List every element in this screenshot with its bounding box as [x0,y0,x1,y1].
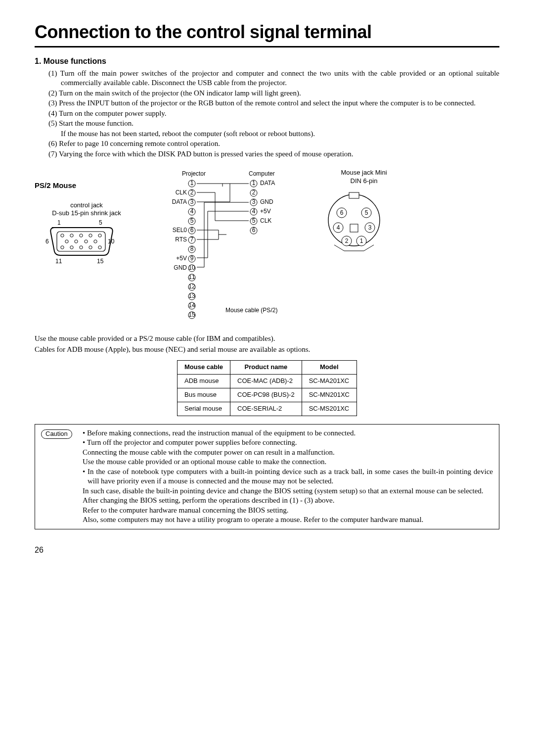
svg-text:10: 10 [108,238,115,245]
svg-text:CLK: CLK [260,217,271,224]
table-cell: COE-SERIAL-2 [230,402,302,416]
svg-text:RTS: RTS [175,236,187,243]
table-cell: Serial mouse [178,402,230,416]
table-header: Mouse cable [178,361,230,375]
step: (6) Refer to page 10 concerning remote c… [48,139,499,149]
svg-text:4: 4 [252,208,256,215]
mouse-jack-label: Mouse jack Mini [341,169,387,176]
caution-item: Also, some computers may not have a util… [83,515,493,525]
pin-mapping-diagram: Projector Computer Mouse cable (PS/2) [147,169,306,327]
svg-text:GND: GND [174,264,187,271]
table-header: Model [302,361,356,375]
svg-rect-89 [350,224,358,232]
table-cell: ADB mouse [178,374,230,388]
step: (1) Turn off the main power switches of … [48,69,499,88]
svg-text:Mouse cable (PS/2): Mouse cable (PS/2) [225,307,277,314]
ps2-diagram: PS/2 Mouse control jack D-sub 15-pin shr… [35,169,499,327]
svg-text:6: 6 [340,209,344,216]
svg-rect-2 [57,232,105,251]
table-cell: COE-MAC (ADB)-2 [230,374,302,388]
caution-item: Use the mouse cable provided or an optio… [83,457,493,467]
svg-text:6: 6 [190,227,194,234]
svg-text:12: 12 [188,283,195,290]
svg-text:CLK: CLK [176,189,187,196]
svg-text:3: 3 [368,224,372,231]
svg-text:15: 15 [97,258,104,265]
caution-item: Refer to the computer hardware manual co… [83,506,493,516]
table-cell: SC-MA201XC [302,374,356,388]
page-number: 26 [35,545,499,556]
svg-text:2: 2 [190,189,194,196]
body-text: Use the mouse cable provided or a PS/2 m… [35,334,499,344]
svg-text:6: 6 [252,227,256,234]
svg-rect-76 [349,192,359,198]
svg-text:3: 3 [190,198,194,205]
svg-text:7: 7 [190,236,194,243]
step-sub: If the mouse has not been started, reboo… [48,129,499,139]
steps: (1) Turn off the main power switches of … [48,69,499,159]
svg-text:4: 4 [190,208,194,215]
caution-box: Caution • Before making connections, rea… [35,424,499,529]
table-cell: SC-MS201XC [302,402,356,416]
svg-text:GND: GND [260,198,273,205]
svg-text:1: 1 [360,237,363,244]
svg-text:1: 1 [252,180,256,187]
svg-text:DATA: DATA [260,180,275,187]
control-jack-label: control jack [70,201,103,209]
step: (5) Start the mouse function. [48,119,499,129]
svg-text:5: 5 [190,217,194,224]
caution-item: • Before making connections, read the in… [83,428,493,438]
svg-text:8: 8 [190,245,194,252]
dsub-label: D-sub 15-pin shrink jack [52,209,121,217]
body-text: Cables for ADB mouse (Apple), bus mouse … [35,345,499,355]
svg-text:1: 1 [190,180,194,187]
svg-text:15: 15 [188,311,195,318]
dsub-connector-diagram: 15 610 1115 [35,218,129,267]
page-title: Connection to the control signal termina… [35,21,499,47]
din-connector-diagram: 6 5 4 3 2 1 [314,186,394,255]
svg-text:2: 2 [345,237,349,244]
svg-text:5: 5 [365,209,368,216]
step: (2) Turn on the main switch of the proje… [48,89,499,98]
mouse-cable-table: Mouse cable Product name Model ADB mouse… [177,360,357,416]
svg-text:Projector: Projector [182,170,206,177]
table-cell: COE-PC98 (BUS)-2 [230,388,302,402]
din-label: DIN 6-pin [351,177,378,185]
svg-text:5: 5 [99,219,102,226]
svg-text:DATA: DATA [172,198,187,205]
svg-text:14: 14 [188,302,195,309]
svg-text:3: 3 [252,198,256,205]
table-header: Product name [230,361,302,375]
svg-text:4: 4 [337,224,340,231]
caution-label: Caution [41,429,72,439]
svg-text:+5V: +5V [260,208,271,215]
svg-text:1: 1 [57,219,61,226]
svg-text:6: 6 [45,238,49,245]
caution-item: Connecting the mouse cable with the comp… [83,448,493,458]
svg-text:10: 10 [188,264,195,271]
svg-text:11: 11 [188,274,195,281]
svg-text:2: 2 [252,189,256,196]
ps2-mouse-label: PS/2 Mouse [35,181,138,190]
section-heading: 1. Mouse functions [35,56,499,67]
table-cell: Bus mouse [178,388,230,402]
caution-item: In such case, disable the built-in point… [83,486,493,496]
step: (3) Press the INPUT button of the projec… [48,98,499,108]
svg-text:11: 11 [55,258,62,265]
caution-item: After changing the BIOS setting, perform… [83,496,493,506]
table-cell: SC-MN201XC [302,388,356,402]
svg-text:5: 5 [252,217,256,224]
svg-text:Computer: Computer [249,170,275,177]
step: (4) Turn on the computer power supply. [48,109,499,119]
step: (7) Varying the force with which the DIS… [48,149,499,159]
caution-item: • Turn off the projector and computer po… [83,438,493,448]
svg-text:+5V: +5V [176,255,187,262]
caution-item: • In the case of notebook type computers… [83,467,493,486]
svg-text:SEL0: SEL0 [173,227,187,234]
svg-text:9: 9 [190,255,194,262]
svg-text:13: 13 [188,292,195,299]
